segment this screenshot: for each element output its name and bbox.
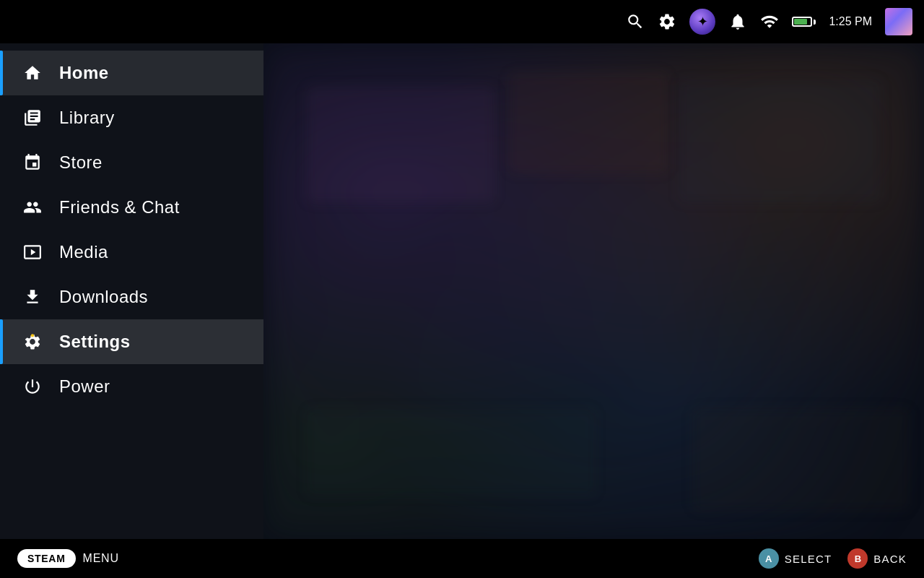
sidebar-home-label: Home (59, 63, 109, 83)
sidebar-friends-label: Friends & Chat (59, 197, 180, 217)
back-label: BACK (873, 553, 907, 565)
bg-card-4 (307, 409, 596, 496)
home-icon (22, 62, 43, 84)
downloads-icon (22, 286, 43, 308)
bottombar: STEAM MENU A SELECT B BACK (0, 539, 924, 578)
bg-card-5 (693, 409, 910, 510)
content-area (263, 43, 924, 539)
sidebar-downloads-label: Downloads (59, 287, 148, 307)
sidebar-item-settings[interactable]: Settings (0, 319, 263, 364)
sidebar-item-friends[interactable]: Friends & Chat (0, 185, 263, 230)
svg-point-0 (31, 334, 34, 337)
sidebar-item-library[interactable]: Library (0, 95, 263, 140)
steam-app-icon[interactable]: ✦ (689, 9, 715, 35)
menu-label: MENU (83, 552, 119, 565)
wifi-icon (760, 12, 779, 31)
clock: 1:25 PM (829, 15, 872, 28)
steam-menu-group: STEAM MENU (17, 549, 119, 568)
bg-card-1 (307, 87, 494, 202)
controller-buttons: A SELECT B BACK (759, 548, 907, 569)
a-button-circle: A (759, 548, 779, 569)
steam-pill[interactable]: STEAM (17, 549, 76, 568)
avatar[interactable] (885, 8, 912, 35)
sidebar-item-media[interactable]: Media (0, 230, 263, 275)
sidebar: Home Library Store Friends & Chat (0, 43, 263, 539)
media-icon (22, 241, 43, 263)
gear-icon[interactable] (658, 12, 676, 31)
sidebar-item-home[interactable]: Home (0, 51, 263, 95)
a-select-button: A SELECT (759, 548, 832, 569)
bg-card-2 (509, 72, 668, 173)
search-icon[interactable] (626, 12, 645, 31)
sidebar-store-label: Store (59, 152, 103, 173)
sidebar-item-store[interactable]: Store (0, 140, 263, 185)
sidebar-item-power[interactable]: Power (0, 364, 263, 409)
settings-icon (22, 331, 43, 353)
power-icon (22, 376, 43, 397)
sidebar-settings-label: Settings (59, 332, 131, 352)
sidebar-power-label: Power (59, 376, 110, 397)
main-area: Home Library Store Friends & Chat (0, 43, 924, 539)
b-back-button: B BACK (847, 548, 907, 569)
topbar: ✦ 1:25 PM (0, 0, 924, 43)
b-button-circle: B (847, 548, 868, 569)
select-label: SELECT (785, 553, 832, 565)
sidebar-item-downloads[interactable]: Downloads (0, 275, 263, 319)
notification-icon[interactable] (728, 12, 747, 31)
friends-icon (22, 197, 43, 218)
library-icon (22, 107, 43, 129)
store-icon (22, 152, 43, 173)
sidebar-media-label: Media (59, 242, 108, 262)
battery-icon (792, 17, 816, 27)
sidebar-library-label: Library (59, 108, 115, 128)
bg-card-3 (679, 79, 881, 202)
